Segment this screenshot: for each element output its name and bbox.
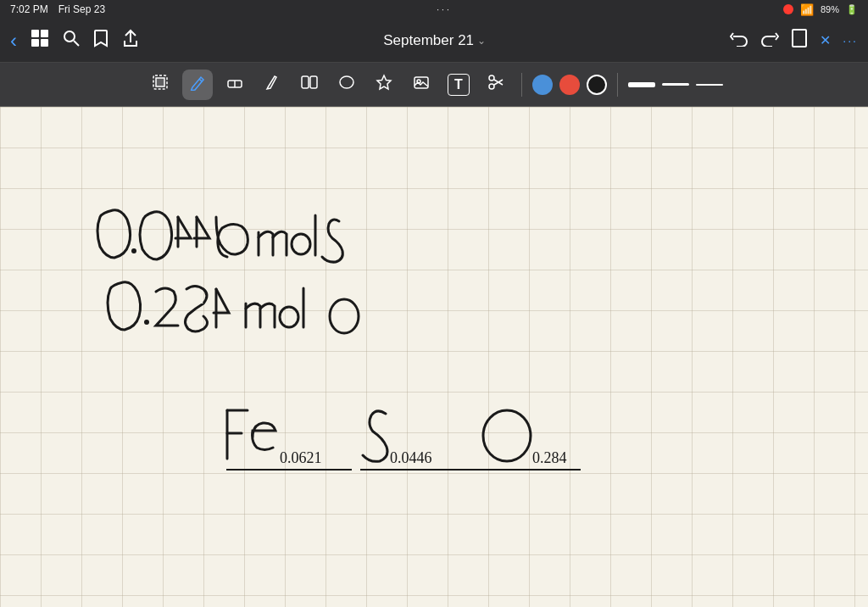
select-tool-button[interactable]: [145, 70, 175, 100]
svg-rect-8: [156, 78, 164, 86]
canvas-area[interactable]: 0.0621 0.0446 0.284: [0, 107, 868, 607]
select-icon: [152, 74, 169, 95]
separator: [521, 73, 522, 97]
back-icon: ‹: [10, 29, 17, 53]
eraser-icon: [226, 74, 243, 95]
ellipsis-indicator: ···: [437, 5, 451, 14]
svg-line-5: [74, 41, 79, 46]
pen-icon: [189, 74, 206, 95]
bookmark-button[interactable]: [93, 29, 108, 52]
image-icon: [413, 74, 430, 95]
redo-icon: [760, 30, 779, 51]
svg-point-14: [340, 76, 353, 88]
pen-tool-button[interactable]: [182, 70, 213, 100]
svg-rect-0: [31, 30, 39, 37]
toolbar: T: [0, 63, 868, 107]
shape-icon: [300, 74, 319, 95]
shape-tool-button[interactable]: [294, 70, 325, 100]
status-bar: 7:02 PM Fri Sep 23 ··· 📶 89% 🔋: [0, 0, 868, 19]
battery-icon: 🔋: [846, 4, 858, 15]
star-icon: [376, 74, 392, 95]
title-text: September 21: [383, 32, 474, 49]
redo-button[interactable]: [760, 30, 779, 51]
lasso-icon: [338, 74, 355, 95]
close-icon: ✕: [820, 32, 831, 48]
nav-right: ✕ ···: [730, 29, 858, 52]
star-tool-button[interactable]: [369, 70, 399, 100]
svg-rect-12: [302, 76, 309, 88]
status-left: 7:02 PM Fri Sep 23: [10, 3, 105, 15]
svg-point-26: [330, 299, 359, 333]
svg-point-25: [280, 307, 298, 327]
blue-color-button[interactable]: [532, 75, 553, 95]
scissors-tool-button[interactable]: [481, 70, 511, 100]
undo-icon: [730, 30, 748, 51]
dropdown-arrow: ⌄: [477, 35, 486, 47]
status-center: ···: [437, 3, 451, 15]
wifi-icon: 📶: [800, 3, 814, 16]
handwritten-content: 0.0621 0.0446 0.284: [0, 107, 868, 607]
svg-text:0.0621: 0.0621: [280, 449, 322, 466]
thin-stroke-button[interactable]: [696, 84, 723, 86]
page-view-button[interactable]: [791, 29, 808, 52]
image-tool-button[interactable]: [406, 70, 437, 100]
share-icon: [122, 29, 139, 52]
recording-indicator: [783, 4, 793, 14]
svg-point-18: [489, 75, 494, 81]
date: Fri Sep 23: [58, 3, 105, 15]
svg-point-24: [144, 320, 149, 325]
svg-rect-2: [31, 39, 39, 47]
medium-stroke-button[interactable]: [662, 83, 689, 86]
svg-rect-1: [41, 30, 48, 37]
svg-rect-6: [793, 30, 806, 47]
svg-rect-13: [310, 76, 317, 88]
eraser-tool-button[interactable]: [220, 70, 250, 100]
nav-bar: ‹: [0, 19, 868, 63]
line2-content: [108, 282, 359, 333]
share-button[interactable]: [122, 29, 139, 52]
svg-point-22: [131, 248, 136, 253]
nav-left: ‹: [10, 29, 139, 53]
text-icon: T: [448, 74, 470, 96]
grid-button[interactable]: [31, 29, 49, 52]
thick-stroke-button[interactable]: [628, 82, 655, 87]
svg-point-23: [292, 234, 310, 254]
svg-text:0.284: 0.284: [532, 449, 567, 466]
svg-line-9: [199, 79, 202, 81]
status-right: 📶 89% 🔋: [783, 3, 858, 16]
separator2: [617, 73, 618, 97]
svg-marker-15: [377, 75, 391, 89]
svg-point-19: [489, 84, 494, 89]
back-button[interactable]: ‹: [10, 29, 17, 53]
page-icon: [791, 29, 808, 52]
battery-level: 89%: [821, 4, 839, 14]
formula-content: 0.0621 0.0446 0.284: [226, 410, 581, 470]
undo-button[interactable]: [730, 30, 748, 51]
svg-point-4: [64, 31, 75, 42]
svg-text:0.0446: 0.0446: [390, 449, 432, 466]
black-color-button[interactable]: [587, 75, 607, 95]
time: 7:02 PM: [10, 3, 48, 15]
bookmark-icon: [93, 29, 108, 52]
more-button[interactable]: ···: [843, 34, 858, 47]
red-color-button[interactable]: [559, 75, 580, 95]
pencil-icon: [264, 74, 281, 95]
grid-icon: [31, 29, 49, 52]
nav-title[interactable]: September 21 ⌄: [383, 32, 486, 49]
scissors-icon: [487, 74, 504, 95]
svg-rect-3: [41, 39, 48, 47]
svg-rect-16: [415, 77, 428, 88]
svg-point-31: [483, 410, 531, 461]
search-button[interactable]: [63, 30, 80, 51]
close-button[interactable]: ✕: [820, 32, 831, 48]
more-icon: ···: [843, 34, 858, 47]
search-icon: [63, 30, 80, 51]
line1-content: [97, 210, 342, 262]
text-tool-button[interactable]: T: [443, 70, 474, 100]
pencil-tool-button[interactable]: [257, 70, 287, 100]
lasso-tool-button[interactable]: [331, 70, 362, 100]
